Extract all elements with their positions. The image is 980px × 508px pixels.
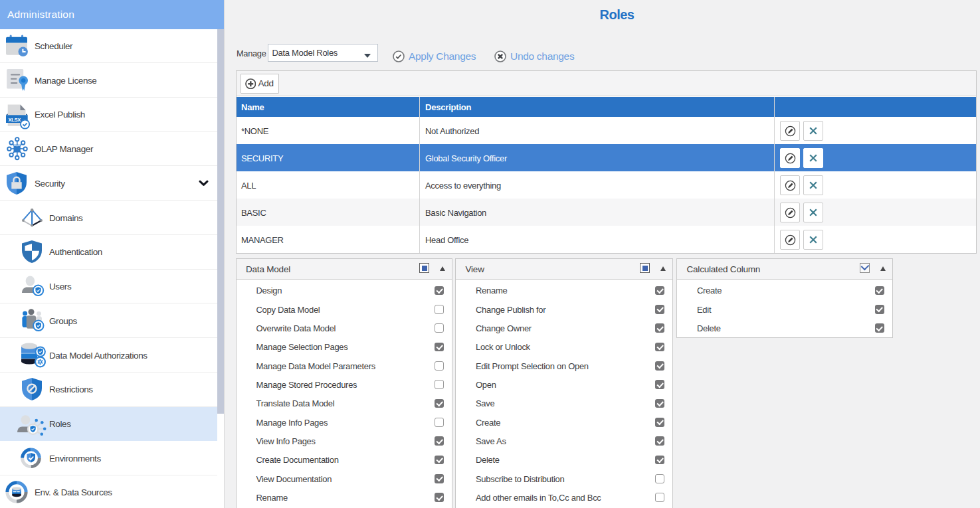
svg-text:XLSX: XLSX — [8, 117, 21, 123]
